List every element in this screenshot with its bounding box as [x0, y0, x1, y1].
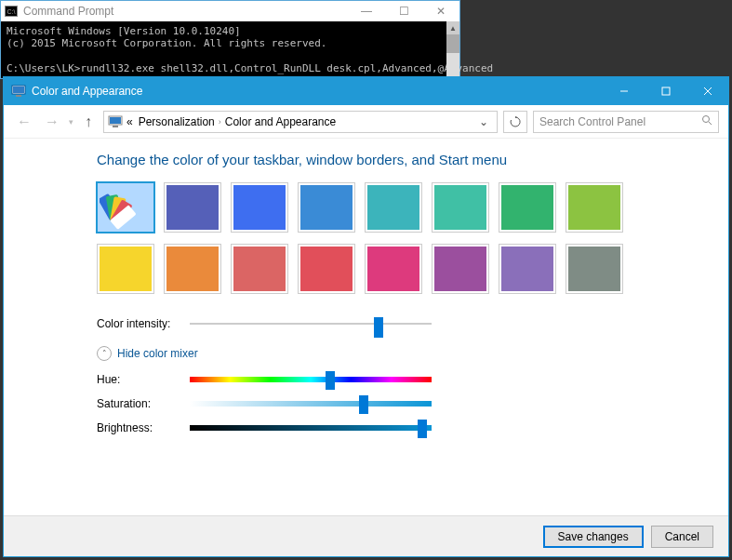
saturation-slider[interactable] [190, 396, 432, 411]
intensity-thumb[interactable] [374, 317, 383, 338]
mixer-toggle[interactable]: ˄ Hide color mixer [97, 346, 691, 361]
svg-rect-2 [16, 95, 21, 97]
cmd-minimize-button[interactable]: — [348, 1, 385, 21]
color-swatch-12[interactable] [365, 244, 422, 294]
color-swatch-13[interactable] [432, 244, 489, 294]
cmd-close-button[interactable]: ✕ [422, 1, 459, 21]
svg-line-11 [709, 122, 712, 125]
hue-slider[interactable] [190, 372, 432, 387]
svg-rect-1 [13, 87, 24, 93]
close-button[interactable] [686, 77, 728, 105]
intensity-slider[interactable] [190, 316, 432, 331]
color-swatch-3[interactable] [298, 182, 355, 233]
refresh-button[interactable] [503, 111, 527, 133]
cmd-maximize-button[interactable]: ☐ [385, 1, 422, 21]
color-swatch-1[interactable] [164, 182, 221, 233]
titlebar[interactable]: Color and Appearance [4, 77, 728, 105]
svg-rect-9 [113, 126, 118, 127]
forward-button[interactable]: → [41, 111, 63, 133]
maximize-button[interactable] [645, 77, 686, 105]
svg-rect-4 [662, 87, 670, 95]
page-heading: Change the color of your taskbar, window… [97, 152, 691, 167]
cmd-icon: C:\ [5, 6, 18, 17]
color-swatch-4[interactable] [365, 182, 422, 233]
chevron-up-icon: ˄ [97, 346, 112, 361]
hue-row: Hue: [97, 372, 691, 387]
svg-point-10 [703, 116, 710, 123]
color-swatch-8[interactable] [97, 244, 154, 294]
chevron-down-icon[interactable]: ⌄ [474, 115, 493, 128]
content: Change the color of your taskbar, window… [4, 139, 728, 515]
color-swatch-7[interactable] [566, 182, 623, 233]
search-placeholder: Search Control Panel [539, 115, 645, 128]
search-input[interactable]: Search Control Panel [533, 111, 719, 133]
color-swatch-6[interactable] [499, 182, 556, 233]
save-button[interactable]: Save changes [543, 526, 644, 548]
up-button[interactable]: ↑ [79, 113, 98, 131]
breadcrumb[interactable]: « Personalization › Color and Appearance… [103, 111, 498, 133]
color-swatch-10[interactable] [231, 244, 288, 294]
command-prompt-window: C:\ Command Prompt — ☐ ✕ Microsoft Windo… [0, 0, 460, 79]
cmd-title: Command Prompt [23, 5, 348, 18]
monitor-small-icon [108, 114, 123, 129]
brightness-slider[interactable] [190, 420, 432, 435]
color-swatch-5[interactable] [432, 182, 489, 233]
saturation-thumb[interactable] [359, 395, 368, 414]
svg-rect-8 [110, 117, 121, 124]
color-swatch-0[interactable] [97, 182, 154, 233]
hue-label: Hue: [97, 373, 190, 386]
saturation-row: Saturation: [97, 396, 691, 411]
minimize-button[interactable] [603, 77, 645, 105]
refresh-icon [510, 116, 521, 127]
scroll-up-icon[interactable]: ▲ [446, 21, 459, 34]
window-title: Color and Appearance [32, 85, 142, 98]
cmd-scrollbar[interactable]: ▲ [446, 21, 459, 78]
hue-thumb[interactable] [326, 371, 335, 390]
brightness-label: Brightness: [97, 421, 190, 434]
brightness-thumb[interactable] [418, 420, 427, 438]
footer: Save changes Cancel [4, 515, 728, 556]
saturation-label: Saturation: [97, 397, 190, 410]
breadcrumb-back-icon[interactable]: « [126, 115, 133, 128]
color-swatch-15[interactable] [566, 244, 623, 294]
back-button[interactable]: ← [13, 111, 35, 133]
color-appearance-window: Color and Appearance ← → ▾ ↑ « Personali… [3, 76, 729, 557]
monitor-icon [11, 84, 26, 99]
color-swatch-11[interactable] [298, 244, 355, 294]
search-icon [701, 114, 712, 128]
color-swatch-14[interactable] [499, 244, 556, 294]
mixer-toggle-label: Hide color mixer [117, 347, 198, 360]
history-dropdown-icon[interactable]: ▾ [69, 117, 73, 127]
nav-row: ← → ▾ ↑ « Personalization › Color and Ap… [4, 105, 728, 139]
intensity-row: Color intensity: [97, 316, 691, 331]
breadcrumb-current[interactable]: Color and Appearance [225, 115, 336, 128]
color-swatch-grid [97, 182, 691, 294]
intensity-label: Color intensity: [97, 317, 190, 330]
cmd-body[interactable]: Microsoft Windows [Version 10.0.10240] (… [1, 21, 459, 78]
brightness-row: Brightness: [97, 420, 691, 435]
color-swatch-2[interactable] [231, 182, 288, 233]
cancel-button[interactable]: Cancel [651, 526, 713, 548]
chevron-right-icon: › [219, 117, 221, 127]
color-swatch-9[interactable] [164, 244, 221, 294]
scroll-thumb[interactable] [446, 34, 459, 53]
breadcrumb-parent[interactable]: Personalization [139, 115, 215, 128]
cmd-titlebar[interactable]: C:\ Command Prompt — ☐ ✕ [1, 1, 459, 21]
